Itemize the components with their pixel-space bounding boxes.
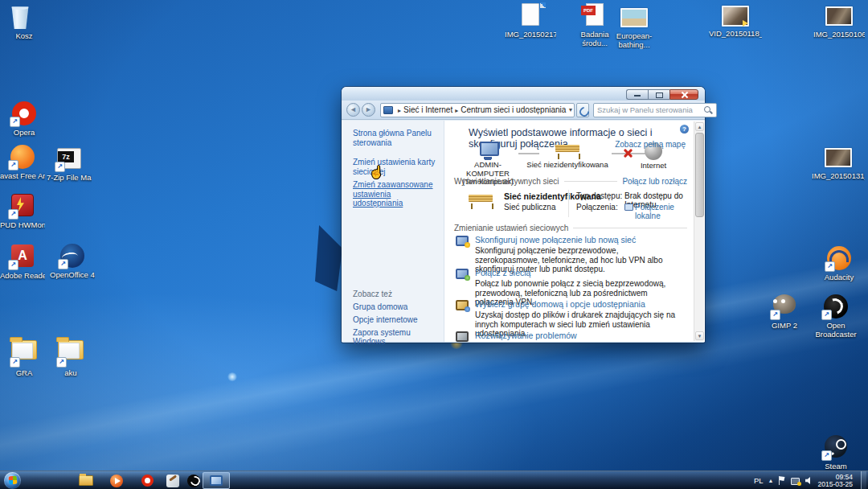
desktop-icon-7zip[interactable]: 7-Zip File Manager [47,146,92,183]
pdf-file-icon [586,3,604,26]
desktop-icon-label: VID_20150118_123... [709,30,762,39]
desktop-icon-european-bathing[interactable]: European-bathing... [609,6,659,49]
change-settings-header: Zmienianie ustawień sieciowych [454,224,568,232]
connect-to-network-icon [456,269,469,279]
scroll-up-icon[interactable]: ▲ [695,122,704,131]
homegroup-options-link[interactable]: Wybierz grupę domową i opcje udostępnian… [475,299,684,309]
desktop-icon-label: Opera [2,129,47,138]
gimp-icon [773,294,796,314]
action-center-flag-icon[interactable] [779,476,786,485]
start-button[interactable] [4,472,21,489]
map-computer-name: ADMIN-KOMPUTER [466,160,510,178]
scrollbar-thumb[interactable] [695,133,704,217]
desktop-icon-label: OpenOffice 4.1.1 [50,271,95,280]
map-network-node[interactable]: Sieć niezidentyfikowana [523,143,612,170]
close-button[interactable] [669,89,698,100]
language-indicator[interactable]: PL [754,476,764,485]
desktop-icon-openoffice[interactable]: OpenOffice 4.1.1 [50,244,95,280]
desktop-icon-opera[interactable]: Opera [2,101,47,138]
sidebar-item-change-adapter-settings[interactable]: Zmień ustawienia karty sieciowej [353,158,436,176]
network-center-content: Wyświetl podstawowe informacje o sieci i… [444,121,705,342]
taskbar-item-explorer[interactable] [74,472,98,489]
search-box[interactable] [593,103,717,117]
divider [573,228,687,228]
desktop-icon-label: Adobe Reader XI [0,272,45,281]
desktop-icon-obs[interactable]: Open Broadcaster Software [807,294,865,339]
desktop-icon-avast[interactable]: avast Free Antivirus [0,145,45,181]
network-status-icon[interactable] [791,477,800,485]
taskbar-item-network-center-active[interactable] [203,472,230,489]
desktop-icon-label: GRA [2,369,47,378]
connect-to-network-link[interactable]: Połącz z siecią [475,268,684,277]
show-desktop-button[interactable] [861,471,866,489]
desktop-icon-label: IMG_20150106_11... [813,31,865,39]
document-icon [522,3,539,26]
sidebar-item-change-advanced-sharing[interactable]: Zmień zaawansowane ustawienia udostępnia… [353,180,436,208]
desktop-icon-img-20150217[interactable]: IMG_20150217_15... [505,3,556,39]
taskbar: PL ▲ 09:54 2015-03-25 [0,471,868,489]
volume-icon[interactable] [805,477,813,485]
show-hidden-icons-chevron[interactable]: ▲ [768,478,774,483]
sidebar-item-windows-firewall[interactable]: Zapora systemu Windows [353,328,436,346]
image-file-icon [620,8,648,27]
desktop-icon-folder-gra[interactable]: GRA [2,336,47,378]
network-bench-icon [555,143,579,159]
desktop-icon-label: 7-Zip File Manager [47,174,92,183]
connections-label: Połączenia: [576,203,618,212]
folder-icon [58,340,84,360]
desktop-icon-gimp[interactable]: GIMP 2 [764,291,805,331]
address-dropdown-icon[interactable]: ▼ [566,107,575,113]
desktop: Kosz IMG_20150217_15... Badania środu...… [0,0,868,489]
desktop-icon-label: avast Free Antivirus [0,172,45,181]
refresh-button[interactable] [576,103,589,117]
scroll-down-icon[interactable]: ▼ [695,331,704,340]
change-settings-header-row: Zmienianie ustawień sieciowych [454,224,687,232]
connect-disconnect-link[interactable]: Połącz lub rozłącz [622,177,687,186]
desktop-icon-label: Steam [815,462,857,471]
local-connection-link[interactable]: Połączenie lokalne [624,203,686,220]
paintbrush-app-icon [166,475,179,487]
desktop-icon-folder-aku[interactable]: aku [48,336,93,378]
desktop-icon-vid-20150118[interactable]: VID_20150118_123... [709,5,762,39]
network-window-icon [210,475,223,486]
clock-date: 2015-03-25 [818,481,853,488]
sidebar-item-control-panel-home[interactable]: Strona główna Panelu sterowania [353,129,436,147]
desktop-icon-adobe-reader[interactable]: A Adobe Reader XI [0,244,45,281]
desktop-icon-audacity[interactable]: Audacity [817,246,862,282]
sidebar-item-internet-options[interactable]: Opcje internetowe [353,315,436,324]
homegroup-icon [456,300,469,310]
breadcrumb-item-network-sharing-center[interactable]: Centrum sieci i udostępniania [461,105,566,114]
network-bench-icon [469,193,493,209]
taskbar-item-media-player[interactable] [104,472,129,489]
sidebar-item-homegroup[interactable]: Grupa domowa [353,302,436,311]
desktop-icon-img-20150131[interactable]: IMG_20150131_11... [812,146,865,181]
breadcrumb-item-network-internet[interactable]: Sieć i Internet [403,105,452,114]
vertical-scrollbar[interactable]: ▲ ▼ [694,121,704,341]
divider [564,181,618,182]
image-file-icon [825,6,853,26]
troubleshoot-link[interactable]: Rozwiązywanie problemów [475,331,684,340]
see-full-map-link[interactable]: Zobacz pełną mapę [615,140,686,149]
back-button[interactable]: ◄ [346,103,360,117]
minimize-button[interactable] [626,89,648,100]
window-titlebar[interactable] [342,87,705,101]
maximize-button[interactable] [648,89,669,100]
new-connection-link[interactable]: Skonfiguruj nowe połączenie lub nową sie… [475,235,684,244]
obs-icon [824,294,848,318]
breadcrumb-separator-icon [452,105,461,114]
forward-button[interactable]: ► [362,103,375,117]
obs-icon [187,475,200,487]
media-player-icon [110,475,123,487]
desktop-icon-steam[interactable]: Steam [815,434,857,471]
taskbar-item-opera[interactable] [135,472,159,489]
desktop-icon-recycle-bin[interactable]: Kosz [2,5,47,41]
desktop-icon-label: Audacity [817,273,862,282]
desktop-icon-hwmonitor[interactable]: PUD HWMonitor [0,193,45,230]
search-input[interactable] [597,105,703,114]
clock[interactable]: 09:54 2015-03-25 [818,474,856,488]
setting-item-troubleshoot: Rozwiązywanie problemów Zdiagnozuj i nap… [454,331,684,342]
help-icon[interactable]: ? [680,125,689,134]
address-bar[interactable]: Sieć i Internet Centrum sieci i udostępn… [380,103,575,117]
explorer-folder-icon [79,475,93,486]
desktop-icon-img-20150106[interactable]: IMG_20150106_11... [813,5,865,39]
